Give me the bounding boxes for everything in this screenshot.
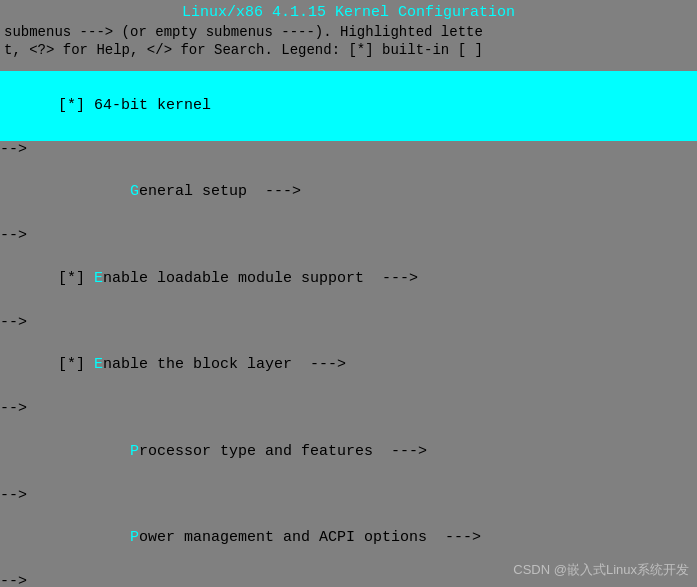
power-highlight: P [130, 529, 139, 546]
menu-item-64bit[interactable]: [*] 64-bit kernel [0, 71, 697, 141]
loadable-highlight: E [94, 270, 103, 287]
info-line2: t, <?> for Help, </> for Search. Legend:… [0, 41, 697, 59]
menu-item-block[interactable]: [*] Enable the block layer ---> [0, 331, 697, 401]
menu-item-processor[interactable]: Processor type and features ---> [0, 417, 697, 487]
menu-area: [*] 64-bit kernel --> General setup --->… [0, 67, 697, 587]
watermark: CSDN @嵌入式Linux系统开发 [513, 561, 689, 579]
processor-highlight: P [130, 443, 139, 460]
terminal: Linux/x86 4.1.15 Kernel Configuration su… [0, 0, 697, 587]
menu-item-loadable[interactable]: [*] Enable loadable module support ---> [0, 244, 697, 314]
title-bar: Linux/x86 4.1.15 Kernel Configuration [0, 0, 697, 23]
title-text: Linux/x86 4.1.15 Kernel Configuration [182, 4, 515, 21]
menu-item-general[interactable]: General setup ---> [0, 158, 697, 228]
info-line1: submenus ---> (or empty submenus ----). … [0, 23, 697, 41]
block-highlight: E [94, 356, 103, 373]
64bit-label: [*] 64-bit kernel [58, 97, 211, 114]
general-highlight: G [130, 183, 139, 200]
